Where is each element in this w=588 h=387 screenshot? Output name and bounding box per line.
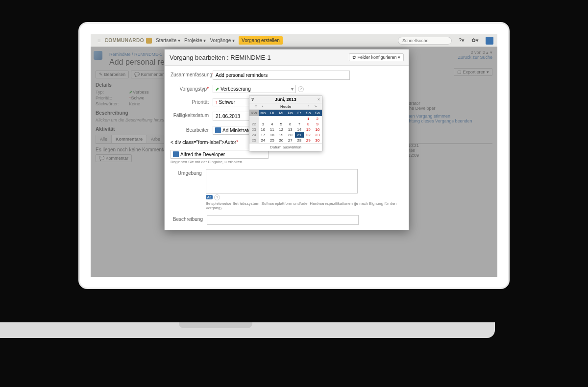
summary-input[interactable] (213, 71, 350, 80)
calendar-day[interactable]: 12 (277, 127, 286, 132)
help-icon[interactable]: ?▾ (459, 37, 465, 44)
configure-fields-button[interactable]: ✿ Felder konfigurieren ▾ (349, 53, 404, 61)
nav-projects[interactable]: Projekte ▾ (184, 38, 206, 43)
reporter-hint: Beginnen Sie mit der Eingabe, u erhalten… (171, 160, 403, 164)
calendar-day[interactable]: 6 (286, 121, 295, 127)
calendar-day[interactable]: 21 (295, 132, 304, 138)
menu-icon[interactable]: ≡ (98, 38, 100, 44)
calendar-grid: KWMoDiMiDoFrSaSo 12223456789231011121314… (249, 110, 322, 143)
calendar-day[interactable]: 24 (259, 138, 268, 143)
calendar-day (268, 116, 277, 121)
nav-home[interactable]: Startseite ▾ (156, 38, 180, 43)
calendar-day[interactable]: 8 (304, 121, 313, 127)
chevron-down-icon: ▾ (291, 86, 294, 92)
calendar-day[interactable]: 7 (295, 121, 304, 127)
calendar-day[interactable]: 17 (259, 132, 268, 138)
avatar[interactable] (486, 37, 493, 45)
user-icon (215, 127, 221, 133)
issue-type-select[interactable]: ⬈ Verbesserung ▾ (213, 85, 296, 93)
priority-icon: ↑ (215, 100, 218, 105)
calendar-day[interactable]: 2 (313, 116, 322, 121)
calendar-day[interactable]: 13 (286, 127, 295, 132)
logo-icon (146, 38, 152, 44)
dp-day-header: Mo (259, 110, 268, 116)
dp-month: Juni, 2013 (275, 97, 296, 102)
dp-day-header: Do (286, 110, 295, 116)
dp-day-header: KW (249, 110, 259, 116)
calendar-day[interactable]: 14 (295, 127, 304, 132)
environment-textarea[interactable] (206, 169, 358, 194)
week-number: 23 (249, 127, 259, 132)
calendar-day (286, 116, 295, 121)
prev-month[interactable]: ‹ (259, 104, 266, 109)
dialog-title: Vorgang bearbeiten : REMINDME-1 (170, 54, 271, 61)
calendar-day[interactable]: 4 (268, 121, 277, 127)
calendar-day[interactable]: 27 (286, 138, 295, 143)
week-number: 22 (249, 121, 259, 127)
calendar-day[interactable]: 10 (259, 127, 268, 132)
dp-help[interactable]: ? (251, 97, 254, 102)
calendar-day[interactable]: 9 (313, 121, 322, 127)
calendar-day (277, 116, 286, 121)
search-input[interactable] (398, 37, 452, 45)
brand-logo[interactable]: COMMUNARDO (104, 38, 152, 44)
calendar-day[interactable]: 19 (277, 132, 286, 138)
calendar-day[interactable]: 20 (286, 132, 295, 138)
dp-day-header: Di (268, 110, 277, 116)
help-icon[interactable]: ? (214, 194, 220, 200)
calendar-day[interactable]: 3 (259, 121, 268, 127)
calendar-day (259, 116, 268, 121)
calendar-day[interactable]: 15 (304, 127, 313, 132)
env-hint: Beispielsweise Betriebssystem, Softwarep… (206, 201, 409, 210)
help-icon[interactable]: ? (298, 86, 304, 92)
next-month[interactable]: › (305, 104, 312, 109)
calendar-day[interactable]: 11 (268, 127, 277, 132)
prev-year[interactable]: « (252, 104, 259, 109)
week-number: 24 (249, 132, 259, 138)
dp-day-header: Fr (295, 110, 304, 116)
date-picker: ? Juni, 2013 × « ‹ Heute › » KWMoDiMiDoF… (249, 96, 322, 151)
calendar-day[interactable]: 22 (304, 132, 313, 138)
top-nav: ≡ COMMUNARDO Startseite ▾ Projekte ▾ Vor… (91, 34, 497, 47)
week-number (249, 116, 259, 121)
close-icon[interactable]: × (318, 97, 320, 102)
calendar-day (295, 116, 304, 121)
calendar-day[interactable]: 18 (268, 132, 277, 138)
calendar-day[interactable]: 5 (277, 121, 286, 127)
week-number: 25 (249, 138, 259, 143)
description-textarea[interactable] (207, 215, 359, 225)
dp-day-header: So (313, 110, 322, 116)
gear-icon[interactable]: ✿▾ (471, 37, 479, 44)
today-button[interactable]: Heute (266, 104, 305, 109)
calendar-day[interactable]: 30 (313, 138, 322, 143)
text-mode-icon[interactable]: Aa (206, 195, 213, 199)
dp-day-header: Mi (277, 110, 286, 116)
calendar-day[interactable]: 26 (277, 138, 286, 143)
next-year[interactable]: » (312, 104, 319, 109)
nav-issues[interactable]: Vorgänge ▾ (210, 38, 235, 43)
dp-footer: Datum auswählen (249, 143, 322, 151)
calendar-day[interactable]: 23 (313, 132, 322, 138)
calendar-day[interactable]: 25 (268, 138, 277, 143)
calendar-day[interactable]: 1 (304, 116, 313, 121)
calendar-day[interactable]: 16 (313, 127, 322, 132)
dp-day-header: Sa (304, 110, 313, 116)
calendar-day[interactable]: 28 (295, 138, 304, 143)
nav-create-issue[interactable]: Vorgang erstellen (239, 36, 283, 45)
user-icon (173, 151, 179, 157)
improvement-icon: ⬈ (215, 86, 219, 92)
calendar-day[interactable]: 29 (304, 138, 313, 143)
